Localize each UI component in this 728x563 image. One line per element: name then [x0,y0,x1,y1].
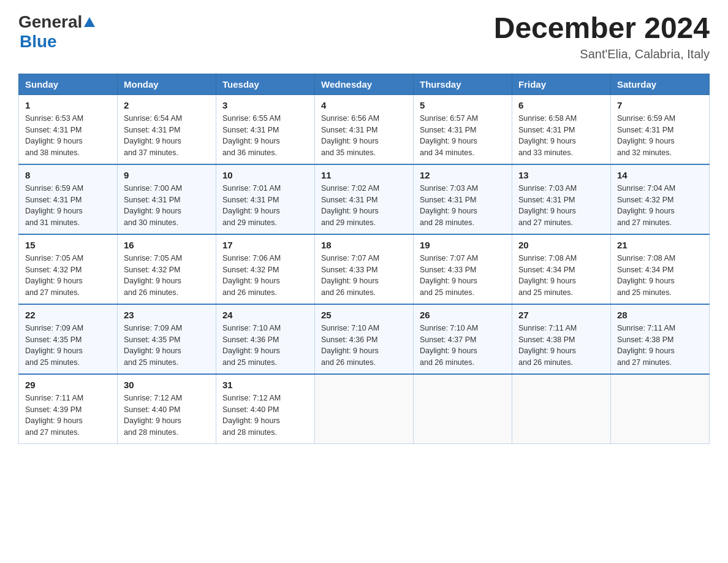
logo: General Blue [18,12,95,52]
table-row: 24Sunrise: 7:10 AMSunset: 4:36 PMDayligh… [216,304,315,374]
table-row: 12Sunrise: 7:03 AMSunset: 4:31 PMDayligh… [414,164,512,234]
day-info: Sunrise: 7:09 AMSunset: 4:35 PMDaylight:… [25,323,111,369]
day-number: 22 [25,310,111,320]
table-row: 5Sunrise: 6:57 AMSunset: 4:31 PMDaylight… [414,94,512,164]
day-info: Sunrise: 7:03 AMSunset: 4:31 PMDaylight:… [420,183,506,229]
calendar-week-2: 8Sunrise: 6:59 AMSunset: 4:31 PMDaylight… [19,164,710,234]
day-number: 9 [124,170,210,180]
table-row: 27Sunrise: 7:11 AMSunset: 4:38 PMDayligh… [512,304,611,374]
day-number: 18 [321,240,407,250]
calendar-table: Sunday Monday Tuesday Wednesday Thursday… [18,74,710,444]
table-row [315,374,414,444]
day-info: Sunrise: 7:08 AMSunset: 4:34 PMDaylight:… [617,253,703,299]
header-sunday: Sunday [19,74,118,94]
day-number: 28 [617,310,703,320]
month-title: December 2024 [494,12,710,45]
day-number: 2 [124,100,210,110]
table-row: 4Sunrise: 6:56 AMSunset: 4:31 PMDaylight… [315,94,414,164]
day-info: Sunrise: 6:55 AMSunset: 4:31 PMDaylight:… [222,113,308,159]
day-info: Sunrise: 6:59 AMSunset: 4:31 PMDaylight:… [617,113,703,159]
table-row: 9Sunrise: 7:00 AMSunset: 4:31 PMDaylight… [118,164,216,234]
page-header: General Blue December 2024 Sant'Elia, Ca… [18,12,710,61]
table-row: 8Sunrise: 6:59 AMSunset: 4:31 PMDaylight… [19,164,118,234]
table-row: 20Sunrise: 7:08 AMSunset: 4:34 PMDayligh… [512,234,611,304]
day-info: Sunrise: 7:04 AMSunset: 4:32 PMDaylight:… [617,183,703,229]
day-info: Sunrise: 6:53 AMSunset: 4:31 PMDaylight:… [25,113,111,159]
location-subtitle: Sant'Elia, Calabria, Italy [494,47,710,61]
day-number: 1 [25,100,111,110]
day-number: 3 [222,100,308,110]
table-row: 16Sunrise: 7:05 AMSunset: 4:32 PMDayligh… [118,234,216,304]
day-number: 26 [420,310,506,320]
table-row: 3Sunrise: 6:55 AMSunset: 4:31 PMDaylight… [216,94,315,164]
day-number: 7 [617,100,703,110]
table-row [414,374,512,444]
header-tuesday: Tuesday [216,74,315,94]
day-number: 12 [420,170,506,180]
day-number: 27 [518,310,604,320]
calendar-week-3: 15Sunrise: 7:05 AMSunset: 4:32 PMDayligh… [19,234,710,304]
day-number: 15 [25,240,111,250]
table-row: 21Sunrise: 7:08 AMSunset: 4:34 PMDayligh… [611,234,710,304]
day-number: 21 [617,240,703,250]
day-number: 17 [222,240,308,250]
calendar-week-4: 22Sunrise: 7:09 AMSunset: 4:35 PMDayligh… [19,304,710,374]
day-info: Sunrise: 7:10 AMSunset: 4:36 PMDaylight:… [321,323,407,369]
day-info: Sunrise: 7:03 AMSunset: 4:31 PMDaylight:… [518,183,604,229]
logo-blue-text: Blue [20,32,57,52]
logo-line: General [18,12,95,32]
day-info: Sunrise: 7:12 AMSunset: 4:40 PMDaylight:… [124,393,210,439]
table-row: 25Sunrise: 7:10 AMSunset: 4:36 PMDayligh… [315,304,414,374]
day-number: 13 [518,170,604,180]
table-row: 10Sunrise: 7:01 AMSunset: 4:31 PMDayligh… [216,164,315,234]
table-row: 11Sunrise: 7:02 AMSunset: 4:31 PMDayligh… [315,164,414,234]
logo-general-text: General [18,12,82,32]
day-info: Sunrise: 7:06 AMSunset: 4:32 PMDaylight:… [222,253,308,299]
day-number: 20 [518,240,604,250]
day-info: Sunrise: 7:05 AMSunset: 4:32 PMDaylight:… [25,253,111,299]
table-row [611,374,710,444]
day-info: Sunrise: 7:12 AMSunset: 4:40 PMDaylight:… [222,393,308,439]
table-row: 31Sunrise: 7:12 AMSunset: 4:40 PMDayligh… [216,374,315,444]
header-monday: Monday [118,74,216,94]
table-row: 18Sunrise: 7:07 AMSunset: 4:33 PMDayligh… [315,234,414,304]
header-wednesday: Wednesday [315,74,414,94]
day-number: 30 [124,380,210,390]
day-info: Sunrise: 7:05 AMSunset: 4:32 PMDaylight:… [124,253,210,299]
table-row: 23Sunrise: 7:09 AMSunset: 4:35 PMDayligh… [118,304,216,374]
day-number: 23 [124,310,210,320]
table-row: 30Sunrise: 7:12 AMSunset: 4:40 PMDayligh… [118,374,216,444]
table-row: 29Sunrise: 7:11 AMSunset: 4:39 PMDayligh… [19,374,118,444]
day-info: Sunrise: 6:56 AMSunset: 4:31 PMDaylight:… [321,113,407,159]
day-info: Sunrise: 7:07 AMSunset: 4:33 PMDaylight:… [321,253,407,299]
day-number: 25 [321,310,407,320]
day-info: Sunrise: 7:11 AMSunset: 4:38 PMDaylight:… [617,323,703,369]
day-number: 11 [321,170,407,180]
header-saturday: Saturday [611,74,710,94]
day-number: 14 [617,170,703,180]
day-number: 6 [518,100,604,110]
day-info: Sunrise: 7:07 AMSunset: 4:33 PMDaylight:… [420,253,506,299]
calendar-week-1: 1Sunrise: 6:53 AMSunset: 4:31 PMDaylight… [19,94,710,164]
day-info: Sunrise: 7:08 AMSunset: 4:34 PMDaylight:… [518,253,604,299]
day-info: Sunrise: 6:59 AMSunset: 4:31 PMDaylight:… [25,183,111,229]
day-number: 31 [222,380,308,390]
day-info: Sunrise: 7:10 AMSunset: 4:37 PMDaylight:… [420,323,506,369]
day-number: 24 [222,310,308,320]
day-number: 16 [124,240,210,250]
calendar-week-5: 29Sunrise: 7:11 AMSunset: 4:39 PMDayligh… [19,374,710,444]
day-info: Sunrise: 7:02 AMSunset: 4:31 PMDaylight:… [321,183,407,229]
day-info: Sunrise: 7:10 AMSunset: 4:36 PMDaylight:… [222,323,308,369]
day-info: Sunrise: 7:09 AMSunset: 4:35 PMDaylight:… [124,323,210,369]
table-row: 22Sunrise: 7:09 AMSunset: 4:35 PMDayligh… [19,304,118,374]
day-info: Sunrise: 7:00 AMSunset: 4:31 PMDaylight:… [124,183,210,229]
table-row: 1Sunrise: 6:53 AMSunset: 4:31 PMDaylight… [19,94,118,164]
day-number: 8 [25,170,111,180]
days-header-row: Sunday Monday Tuesday Wednesday Thursday… [19,74,710,94]
table-row: 7Sunrise: 6:59 AMSunset: 4:31 PMDaylight… [611,94,710,164]
day-info: Sunrise: 6:54 AMSunset: 4:31 PMDaylight:… [124,113,210,159]
day-info: Sunrise: 7:11 AMSunset: 4:39 PMDaylight:… [25,393,111,439]
table-row: 26Sunrise: 7:10 AMSunset: 4:37 PMDayligh… [414,304,512,374]
table-row: 13Sunrise: 7:03 AMSunset: 4:31 PMDayligh… [512,164,611,234]
day-info: Sunrise: 7:11 AMSunset: 4:38 PMDaylight:… [518,323,604,369]
